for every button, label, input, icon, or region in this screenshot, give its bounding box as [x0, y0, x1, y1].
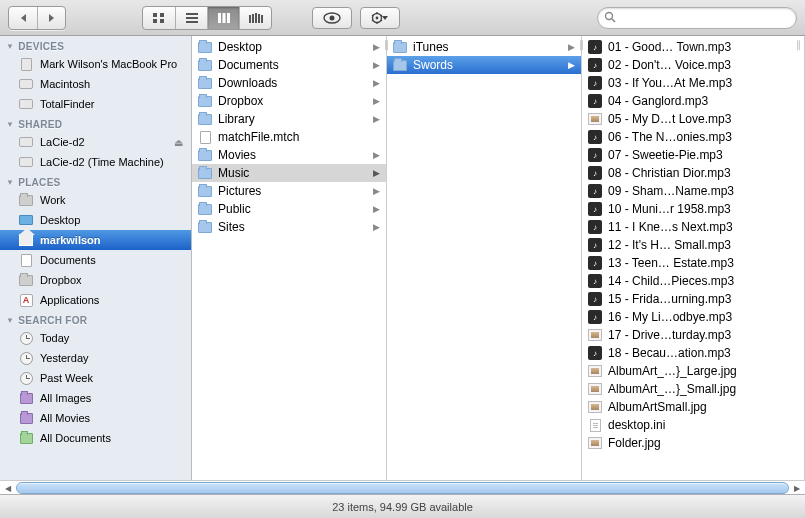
file-label: Dropbox — [218, 94, 368, 108]
eject-icon[interactable]: ⏏ — [174, 137, 183, 148]
disclosure-triangle-icon: ▼ — [6, 178, 14, 187]
column-row[interactable]: 05 - My D…t Love.mp3 — [582, 110, 804, 128]
column-row[interactable]: ♪09 - Sham…Name.mp3 — [582, 182, 804, 200]
quicklook-button[interactable] — [312, 7, 352, 29]
sidebar-item[interactable]: All Documents — [0, 428, 191, 448]
column-row[interactable]: Folder.jpg — [582, 434, 804, 452]
back-button[interactable] — [9, 7, 37, 29]
column-row[interactable]: 17 - Drive…turday.mp3 — [582, 326, 804, 344]
column-resize-handle[interactable]: ∥ — [576, 36, 586, 480]
sidebar-item-label: All Movies — [40, 412, 183, 424]
column-row[interactable]: ♪04 - Ganglord.mp3 — [582, 92, 804, 110]
sidebar-item[interactable]: Mark Wilson's MacBook Pro — [0, 54, 191, 74]
column-row[interactable]: ♪03 - If You…At Me.mp3 — [582, 74, 804, 92]
sidebar-item[interactable]: All Images — [0, 388, 191, 408]
smart-g-icon — [18, 430, 34, 446]
column-row[interactable]: Downloads▶ — [192, 74, 386, 92]
search-input[interactable] — [597, 7, 797, 29]
sidebar-item[interactable]: TotalFinder — [0, 94, 191, 114]
svg-rect-2 — [153, 19, 157, 23]
file-label: 16 - My Li…odbye.mp3 — [608, 310, 798, 324]
column-row[interactable]: ♪12 - It's H… Small.mp3 — [582, 236, 804, 254]
sidebar-item[interactable]: AApplications — [0, 290, 191, 310]
column-row[interactable]: Library▶ — [192, 110, 386, 128]
column-row[interactable]: desktop.ini — [582, 416, 804, 434]
sidebar-item[interactable]: LaCie-d2⏏ — [0, 132, 191, 152]
column-row[interactable]: Dropbox▶ — [192, 92, 386, 110]
mp3-icon: ♪ — [587, 165, 603, 181]
horizontal-scrollbar[interactable]: ◀ ▶ — [0, 480, 805, 494]
sidebar-item[interactable]: Dropbox — [0, 270, 191, 290]
column-row[interactable]: ♪08 - Christian Dior.mp3 — [582, 164, 804, 182]
scroll-right-button[interactable]: ▶ — [790, 481, 804, 495]
column-row[interactable]: Pictures▶ — [192, 182, 386, 200]
sidebar-section-title: SEARCH FOR — [18, 315, 87, 326]
svg-rect-12 — [255, 13, 257, 23]
column-row[interactable]: Swords▶ — [387, 56, 581, 74]
sidebar-item-label: All Images — [40, 392, 183, 404]
svg-rect-0 — [153, 13, 157, 17]
column-resize-handle[interactable]: ∥ — [381, 36, 391, 480]
column-row[interactable]: ♪14 - Child…Pieces.mp3 — [582, 272, 804, 290]
sidebar-section-header[interactable]: ▼DEVICES — [0, 36, 191, 54]
sidebar-item-label: LaCie-d2 — [40, 136, 168, 148]
action-menu-button[interactable] — [360, 7, 400, 29]
column-row[interactable]: ♪07 - Sweetie-Pie.mp3 — [582, 146, 804, 164]
sidebar-section-header[interactable]: ▼PLACES — [0, 172, 191, 190]
sidebar-item[interactable]: Macintosh — [0, 74, 191, 94]
column-row[interactable]: ♪06 - The N…onies.mp3 — [582, 128, 804, 146]
column-row[interactable]: Music▶ — [192, 164, 386, 182]
column-row[interactable]: matchFile.mtch — [192, 128, 386, 146]
column-row[interactable]: Documents▶ — [192, 56, 386, 74]
column-row[interactable]: ♪15 - Frida…urning.mp3 — [582, 290, 804, 308]
file-label: 07 - Sweetie-Pie.mp3 — [608, 148, 798, 162]
sidebar-item[interactable]: Today — [0, 328, 191, 348]
sidebar-item[interactable]: Work — [0, 190, 191, 210]
img-icon — [587, 363, 603, 379]
img-icon — [587, 399, 603, 415]
scroll-left-button[interactable]: ◀ — [1, 481, 15, 495]
column-row[interactable]: ♪10 - Muni…r 1958.mp3 — [582, 200, 804, 218]
sidebar-item[interactable]: All Movies — [0, 408, 191, 428]
column-row[interactable]: ♪01 - Good… Town.mp3 — [582, 38, 804, 56]
sidebar-item[interactable]: Documents — [0, 250, 191, 270]
browser-column[interactable]: ♪01 - Good… Town.mp3♪02 - Don't… Voice.m… — [582, 36, 805, 480]
browser-column[interactable]: iTunes▶Swords▶ — [387, 36, 582, 480]
column-row[interactable]: iTunes▶ — [387, 38, 581, 56]
sidebar-item[interactable]: LaCie-d2 (Time Machine) — [0, 152, 191, 172]
coverflow-view-button[interactable] — [239, 7, 271, 29]
sidebar-item[interactable]: Desktop — [0, 210, 191, 230]
column-row[interactable]: Sites▶ — [192, 218, 386, 236]
column-row[interactable]: AlbumArt_…}_Large.jpg — [582, 362, 804, 380]
icon-view-button[interactable] — [143, 7, 175, 29]
forward-button[interactable] — [37, 7, 65, 29]
sidebar-section-header[interactable]: ▼SEARCH FOR — [0, 310, 191, 328]
sidebar-item[interactable]: Yesterday — [0, 348, 191, 368]
column-row[interactable]: Desktop▶ — [192, 38, 386, 56]
sidebar-item-label: All Documents — [40, 432, 183, 444]
file-label: 13 - Teen… Estate.mp3 — [608, 256, 798, 270]
scroll-thumb[interactable] — [16, 482, 789, 494]
column-row[interactable]: Public▶ — [192, 200, 386, 218]
column-row[interactable]: AlbumArtSmall.jpg — [582, 398, 804, 416]
column-row[interactable]: ♪13 - Teen… Estate.mp3 — [582, 254, 804, 272]
sidebar-item[interactable]: Past Week — [0, 368, 191, 388]
column-row[interactable]: AlbumArt_…}_Small.jpg — [582, 380, 804, 398]
sidebar-item[interactable]: markwilson — [0, 230, 191, 250]
column-row[interactable]: ♪18 - Becau…ation.mp3 — [582, 344, 804, 362]
sidebar-section-title: PLACES — [18, 177, 60, 188]
mp3-icon: ♪ — [587, 57, 603, 73]
list-view-button[interactable] — [175, 7, 207, 29]
column-row[interactable]: ♪11 - I Kne…s Next.mp3 — [582, 218, 804, 236]
column-row[interactable]: ♪02 - Don't… Voice.mp3 — [582, 56, 804, 74]
browser-column[interactable]: Desktop▶Documents▶Downloads▶Dropbox▶Libr… — [192, 36, 387, 480]
column-row[interactable]: Movies▶ — [192, 146, 386, 164]
column-view-button[interactable] — [207, 7, 239, 29]
disclosure-triangle-icon: ▼ — [6, 316, 14, 325]
column-row[interactable]: ♪16 - My Li…odbye.mp3 — [582, 308, 804, 326]
file-label: iTunes — [413, 40, 563, 54]
column-resize-handle[interactable]: ∥ — [793, 36, 803, 480]
file-label: 18 - Becau…ation.mp3 — [608, 346, 798, 360]
sidebar[interactable]: ▼DEVICESMark Wilson's MacBook ProMacinto… — [0, 36, 192, 480]
sidebar-section-header[interactable]: ▼SHARED — [0, 114, 191, 132]
